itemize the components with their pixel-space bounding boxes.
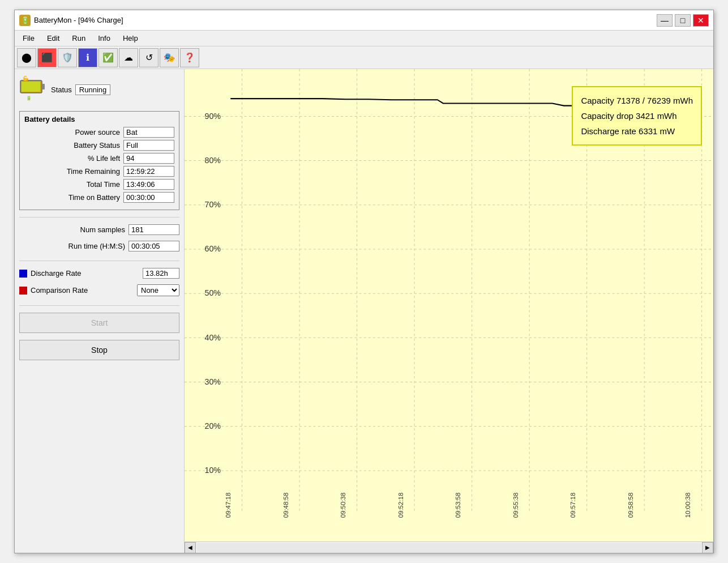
tooltip-line1: Capacity 71378 / 76239 mWh [581, 93, 693, 108]
comparison-color-indicator [19, 287, 27, 295]
svg-rect-1 [42, 84, 45, 89]
svg-text:09:47:18: 09:47:18 [225, 493, 232, 518]
svg-text:09:57:18: 09:57:18 [569, 493, 576, 518]
svg-text:50%: 50% [205, 288, 221, 297]
battery-status-label: Battery Status [24, 141, 120, 150]
run-time-row: Run time (H:M:S) 00:30:05 [19, 241, 179, 251]
comparison-rate-row: Comparison Rate None 1h 2h 4h 6h 8h [19, 284, 179, 296]
battery-icon: 💪 🔋 [19, 76, 46, 103]
svg-text:40%: 40% [205, 332, 221, 342]
power-source-value: Bat [123, 127, 174, 138]
main-content: 💪 🔋 Status Running Battery details Power… [15, 69, 713, 553]
menu-info[interactable]: Info [92, 33, 116, 44]
time-on-battery-label: Time on Battery [24, 193, 120, 202]
discharge-rate-row: Discharge Rate 13.82h [19, 268, 179, 279]
menu-help[interactable]: Help [117, 33, 144, 44]
svg-text:10:00:38: 10:00:38 [685, 493, 692, 518]
tooltip-line3: Discharge rate 6331 mW [581, 123, 693, 139]
svg-text:80%: 80% [205, 156, 221, 165]
menu-edit[interactable]: Edit [41, 33, 65, 44]
chart-area: 90% 80% 70% 60% 50% 40% 30% 20% 10% [185, 69, 713, 541]
power-source-row: Power source Bat [24, 127, 174, 138]
svg-text:💪: 💪 [22, 76, 29, 82]
menu-run[interactable]: Run [66, 33, 91, 44]
menu-bar: File Edit Run Info Help [15, 31, 713, 46]
scroll-left-button[interactable]: ◀ [185, 542, 196, 553]
toolbar-btn-6[interactable]: ☁ [119, 48, 138, 67]
separator-2 [19, 261, 179, 261]
separator-3 [19, 305, 179, 306]
toolbar-btn-1[interactable]: ⬤ [17, 48, 36, 67]
time-on-battery-value: 00:30:00 [123, 192, 174, 203]
battery-status-row: Battery Status Full [24, 140, 174, 151]
life-left-value: 94 [123, 153, 174, 164]
time-remaining-row: Time Remaining 12:59:22 [24, 166, 174, 177]
scroll-right-button[interactable]: ▶ [702, 542, 713, 553]
app-icon: 🔋 [19, 15, 31, 26]
svg-text:09:55:38: 09:55:38 [512, 493, 519, 518]
separator-1 [19, 217, 179, 217]
status-value: Running [75, 84, 110, 95]
discharge-rate-value: 13.82h [143, 268, 179, 279]
status-label: Status [51, 86, 72, 94]
svg-text:09:53:58: 09:53:58 [455, 493, 461, 518]
tooltip-line2: Capacity drop 3421 mWh [581, 108, 693, 123]
life-left-label: % Life left [24, 154, 120, 163]
toolbar-btn-7[interactable]: ↺ [139, 48, 159, 67]
left-panel: 💪 🔋 Status Running Battery details Power… [15, 69, 185, 553]
horizontal-scrollbar[interactable]: ◀ ▶ [185, 541, 713, 553]
total-time-row: Total Time 13:49:06 [24, 179, 174, 190]
title-bar: 🔋 BatteryMon - [94% Charge] — □ ✕ [15, 10, 713, 31]
svg-text:30%: 30% [205, 377, 221, 386]
toolbar-btn-4[interactable]: ℹ [78, 48, 97, 67]
svg-text:09:52:18: 09:52:18 [397, 493, 404, 518]
toolbar-btn-3[interactable]: 🛡️ [58, 48, 77, 67]
menu-file[interactable]: File [17, 33, 40, 44]
status-row: 💪 🔋 Status Running [19, 74, 179, 105]
svg-text:09:58:58: 09:58:58 [627, 493, 634, 518]
total-time-label: Total Time [24, 180, 120, 189]
svg-text:09:48:58: 09:48:58 [282, 493, 289, 518]
life-left-row: % Life left 94 [24, 153, 174, 164]
svg-text:20%: 20% [205, 421, 221, 430]
stop-button[interactable]: Stop [19, 340, 179, 360]
time-remaining-value: 12:59:22 [123, 166, 174, 177]
svg-text:70%: 70% [205, 200, 221, 209]
maximize-button[interactable]: □ [675, 14, 691, 27]
run-time-label: Run time (H:M:S) [19, 242, 125, 250]
power-source-label: Power source [24, 128, 120, 137]
discharge-color-indicator [19, 270, 27, 278]
time-on-battery-row: Time on Battery 00:30:00 [24, 192, 174, 203]
time-remaining-label: Time Remaining [24, 167, 120, 176]
num-samples-value: 181 [129, 224, 179, 235]
scroll-track[interactable] [197, 543, 701, 552]
battery-status-value: Full [123, 140, 174, 151]
num-samples-label: Num samples [19, 225, 125, 234]
svg-text:🔋: 🔋 [26, 95, 32, 101]
svg-rect-2 [22, 82, 40, 92]
minimize-button[interactable]: — [657, 14, 673, 27]
run-time-value: 00:30:05 [129, 241, 179, 251]
discharge-rate-label: Discharge Rate [31, 269, 139, 278]
battery-details-group: Battery details Power source Bat Battery… [19, 111, 179, 210]
svg-text:09:50:38: 09:50:38 [340, 493, 346, 518]
comparison-rate-label: Comparison Rate [31, 286, 134, 295]
toolbar-btn-2[interactable]: ⬛ [37, 48, 57, 67]
total-time-value: 13:49:06 [123, 179, 174, 190]
toolbar-btn-5[interactable]: ✅ [99, 48, 118, 67]
svg-text:90%: 90% [205, 111, 221, 120]
battery-details-title: Battery details [24, 115, 174, 123]
close-button[interactable]: ✕ [693, 14, 709, 27]
chart-tooltip: Capacity 71378 / 76239 mWh Capacity drop… [572, 86, 702, 146]
svg-text:60%: 60% [205, 244, 221, 253]
window-title: BatteryMon - [94% Charge] [34, 16, 123, 24]
toolbar: ⬤ ⬛ 🛡️ ℹ ✅ ☁ ↺ 🎭 ❓ [15, 46, 713, 69]
toolbar-btn-8[interactable]: 🎭 [160, 48, 179, 67]
comparison-rate-select[interactable]: None 1h 2h 4h 6h 8h [137, 284, 179, 296]
num-samples-row: Num samples 181 [19, 224, 179, 235]
start-button[interactable]: Start [19, 313, 179, 333]
svg-text:10%: 10% [205, 466, 221, 475]
window-controls: — □ ✕ [657, 14, 709, 27]
toolbar-btn-9[interactable]: ❓ [180, 48, 199, 67]
